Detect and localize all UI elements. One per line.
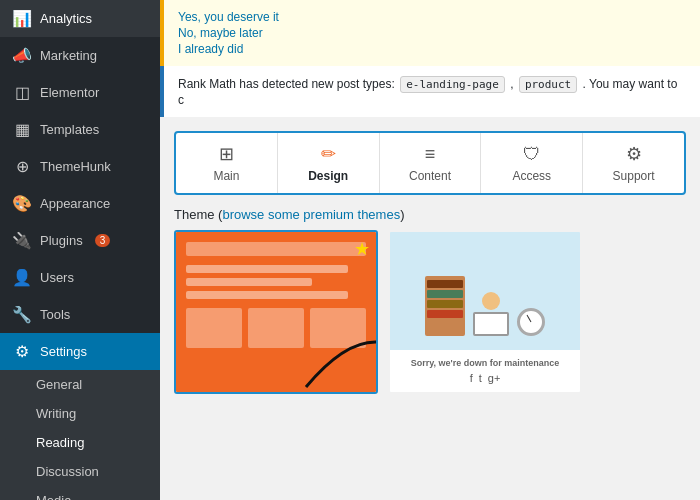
notice-link-maybe[interactable]: No, maybe later xyxy=(178,26,686,40)
tab-support-label: Support xyxy=(613,169,655,183)
browse-themes-link[interactable]: browse some premium themes xyxy=(222,207,400,222)
sidebar-item-analytics-label: Analytics xyxy=(40,11,92,26)
ot-box-2 xyxy=(248,308,304,348)
ot-box-3 xyxy=(310,308,366,348)
tab-support-icon: ⚙ xyxy=(626,143,642,165)
theme-section: Theme (browse some premium themes) ★ xyxy=(174,207,686,394)
sidebar-item-templates-label: Templates xyxy=(40,122,99,137)
tab-content-icon: ≡ xyxy=(425,144,436,165)
tab-content-label: Content xyxy=(409,169,451,183)
mt-text: Sorry, we're down for maintenance xyxy=(398,358,572,368)
settings-icon: ⚙ xyxy=(12,342,32,361)
sidebar-item-elementor-label: Elementor xyxy=(40,85,99,100)
notice-link-already[interactable]: I already did xyxy=(178,42,686,56)
analytics-icon: 📊 xyxy=(12,9,32,28)
sidebar-item-users-label: Users xyxy=(40,270,74,285)
sidebar-item-tools[interactable]: 🔧 Tools xyxy=(0,296,160,333)
tab-support[interactable]: ⚙ Support xyxy=(583,133,684,193)
sidebar-item-settings[interactable]: ⚙ Settings xyxy=(0,333,160,370)
themehunk-icon: ⊕ xyxy=(12,157,32,176)
tab-main-icon: ⊞ xyxy=(219,143,234,165)
mt-bottom: Sorry, we're down for maintenance f t g+ xyxy=(390,350,580,392)
sidebar-item-appearance-label: Appearance xyxy=(40,196,110,211)
ot-top-bar xyxy=(186,242,366,256)
tools-icon: 🔧 xyxy=(12,305,32,324)
elementor-icon: ◫ xyxy=(12,83,32,102)
sidebar-sub-menu: General Writing Reading Discussion Media… xyxy=(0,370,160,500)
rank-math-notice: Rank Math has detected new post types: e… xyxy=(160,66,700,117)
notice-link-yes[interactable]: Yes, you deserve it xyxy=(178,10,686,24)
ot-row-2 xyxy=(186,278,312,286)
sidebar-sub-item-media[interactable]: Media xyxy=(0,486,160,500)
theme-grid: ★ xyxy=(174,230,686,394)
tab-design-label: Design xyxy=(308,169,348,183)
appearance-icon: 🎨 xyxy=(12,194,32,213)
plugins-icon: 🔌 xyxy=(12,231,32,250)
tab-access-icon: 🛡 xyxy=(523,144,541,165)
maintenance-theme-preview: Sorry, we're down for maintenance f t g+ xyxy=(390,232,580,392)
sidebar-item-themehunk[interactable]: ⊕ ThemeHunk xyxy=(0,148,160,185)
sidebar-sub-item-general[interactable]: General xyxy=(0,370,160,399)
sidebar-sub-item-reading[interactable]: Reading xyxy=(0,428,160,457)
orange-theme-preview xyxy=(176,232,376,392)
sidebar-item-plugins[interactable]: 🔌 Plugins 3 xyxy=(0,222,160,259)
ot-box-1 xyxy=(186,308,242,348)
ot-boxes xyxy=(186,308,366,348)
mt-desk-scene xyxy=(390,232,580,350)
sidebar-sub-item-writing[interactable]: Writing xyxy=(0,399,160,428)
sidebar-item-settings-label: Settings xyxy=(40,344,87,359)
rank-math-tag2: product xyxy=(519,76,577,93)
tab-navigation: ⊞ Main ✏ Design ≡ Content 🛡 Access ⚙ Sup… xyxy=(174,131,686,195)
sidebar-item-analytics[interactable]: 📊 Analytics xyxy=(0,0,160,37)
sidebar-item-marketing-label: Marketing xyxy=(40,48,97,63)
ot-row-1 xyxy=(186,265,348,273)
marketing-icon: 📣 xyxy=(12,46,32,65)
tab-design[interactable]: ✏ Design xyxy=(278,133,380,193)
top-notice: Yes, you deserve it No, maybe later I al… xyxy=(160,0,700,66)
sidebar: 📊 Analytics 📣 Marketing ◫ Elementor ▦ Te… xyxy=(0,0,160,500)
tab-access[interactable]: 🛡 Access xyxy=(481,133,583,193)
sidebar-sub-item-discussion[interactable]: Discussion xyxy=(0,457,160,486)
sidebar-item-elementor[interactable]: ◫ Elementor xyxy=(0,74,160,111)
theme-label: Theme (browse some premium themes) xyxy=(174,207,686,222)
mt-twitter-icon: t xyxy=(479,372,482,384)
templates-icon: ▦ xyxy=(12,120,32,139)
tab-main-label: Main xyxy=(213,169,239,183)
sidebar-item-plugins-label: Plugins xyxy=(40,233,83,248)
rank-math-text: Rank Math has detected new post types: xyxy=(178,77,395,91)
sidebar-item-marketing[interactable]: 📣 Marketing xyxy=(0,37,160,74)
theme-card-orange[interactable]: ★ xyxy=(174,230,378,394)
sidebar-item-appearance[interactable]: 🎨 Appearance xyxy=(0,185,160,222)
theme-card-maintenance[interactable]: Sorry, we're down for maintenance f t g+ xyxy=(388,230,582,394)
plugins-badge: 3 xyxy=(95,234,111,247)
tab-design-icon: ✏ xyxy=(321,143,336,165)
tab-content[interactable]: ≡ Content xyxy=(380,133,482,193)
ot-row-3 xyxy=(186,291,348,299)
mt-social-icons: f t g+ xyxy=(398,372,572,384)
sidebar-item-themehunk-label: ThemeHunk xyxy=(40,159,111,174)
sidebar-item-templates[interactable]: ▦ Templates xyxy=(0,111,160,148)
rank-math-tag1: e-landing-page xyxy=(400,76,505,93)
users-icon: 👤 xyxy=(12,268,32,287)
mt-google-icon: g+ xyxy=(488,372,501,384)
mt-facebook-icon: f xyxy=(470,372,473,384)
tab-access-label: Access xyxy=(512,169,551,183)
tab-main[interactable]: ⊞ Main xyxy=(176,133,278,193)
sidebar-item-tools-label: Tools xyxy=(40,307,70,322)
star-badge: ★ xyxy=(354,238,370,260)
sidebar-item-users[interactable]: 👤 Users xyxy=(0,259,160,296)
main-content: Yes, you deserve it No, maybe later I al… xyxy=(160,0,700,500)
